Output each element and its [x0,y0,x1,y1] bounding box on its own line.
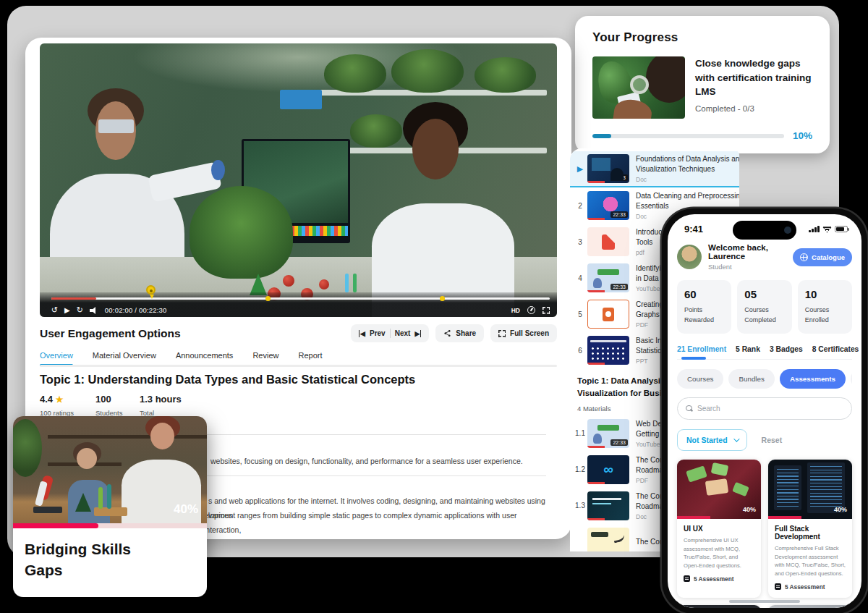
phone-stats-row: 60 Points Rewarded 05 Courses Completed … [677,280,852,334]
material-thumbnail: 22:33 [587,263,629,292]
progress-bar-track [592,134,784,138]
catalogue-button[interactable]: Catalogue [793,248,852,266]
tab-certificates[interactable]: 8 Certificates [812,345,859,353]
next-button-label[interactable]: Next [395,329,411,337]
playback-speed-icon[interactable] [527,306,535,314]
progress-course-thumbnail [592,56,685,119]
your-progress-card: Your Progress Close knowledge gaps with … [575,16,830,153]
assessment-card-digital-marketing[interactable]: DIGITAL MARKETING 40% Digital Marketing [677,605,761,608]
battery-icon [835,226,848,233]
material-thumbnail: 22:33 [587,154,629,183]
tab-rank[interactable]: 5 Rank [736,345,760,353]
assessment-card-react-native[interactable]: 40% React Native [768,605,852,608]
role-label: Student [708,263,786,271]
progress-percent-label: 10% [793,130,812,141]
tab-review[interactable]: Review [252,351,278,365]
engagement-row: User Engagement Options ◀ Prev Next ▶ Sh… [40,324,557,342]
duration-stat: 1.3 hours Total [140,394,182,417]
assessment-card-fullstack[interactable]: 40% Full Stack Development Comprehensive… [768,460,852,598]
share-button-label[interactable]: Share [456,329,476,337]
card-description: Comprehensive UI UX assessment with MCQ,… [684,536,754,570]
progress-bar-fill [592,134,611,138]
points-stat-card: 60 Points Rewarded [677,280,731,334]
play-icon[interactable]: ▶ [64,307,70,314]
completed-stat-card: 05 Courses Completed [737,280,791,334]
chapter-dot[interactable] [265,296,271,301]
assessment-icon [775,583,781,590]
search-placeholder: Search [697,405,720,413]
pill-assessments[interactable]: Assessments [780,369,846,389]
tab-overview[interactable]: Overview [40,351,73,365]
tab-material-overview[interactable]: Material Overview [93,351,156,365]
pill-assignments[interactable]: Assig [851,369,852,389]
signal-icon [809,226,820,233]
skills-card-image: 40% [13,416,207,523]
card-image: 40% [768,605,852,608]
phone-tabs: 21 Enrollment 5 Rank 3 Badges 8 Certific… [677,345,852,360]
status-filter-dropdown[interactable]: Not Started [677,429,747,451]
material-title: Foundations of Data Analysis and [636,154,733,164]
skills-card-title: Bridging Skills Gaps [25,538,195,581]
tab-enrollment[interactable]: 21 Enrollment [677,345,726,353]
pill-bundles[interactable]: Bundles [728,369,774,389]
video-time-display: 00:02:00 / 00:22:30 [105,306,167,314]
greeting-text: Welcome back, Laurence [708,243,786,261]
progress-course-title: Close knowledge gaps with certification … [695,56,812,99]
skills-progress-fill [13,523,98,528]
fullscreen-icon[interactable] [542,307,550,314]
share-button[interactable]: Share [435,324,484,342]
material-thumbnail [587,300,629,329]
chapter-dot[interactable] [440,296,445,301]
person-shape [646,56,685,103]
duration-badge: 22:33 [610,174,628,181]
share-icon [443,329,451,337]
plant-shape [13,419,42,477]
pill-courses[interactable]: Courses [677,369,723,389]
category-pills: Courses Bundles Assessments Assig [677,369,852,389]
prev-button-label[interactable]: Prev [370,329,386,337]
material-title: Data Cleaning and Preprocessing [636,191,733,201]
rating-stat: 4.4 ★ 100 ratings [40,394,74,417]
video-played-segment [51,297,96,300]
chevron-down-icon [733,436,739,441]
card-image: 40% [677,460,761,519]
assessment-card-uiux[interactable]: 40% UI UX Comprehensive UI UX assessment… [677,460,761,598]
home-indicator[interactable] [729,600,800,604]
search-input[interactable]: Search [677,397,852,420]
tab-badges[interactable]: 3 Badges [770,345,803,353]
enrolled-stat-card: 10 Courses Enrolled [798,280,852,334]
fullscreen-button[interactable]: Full Screen [490,324,557,342]
video-seek-bar[interactable] [51,297,550,300]
replay-icon[interactable]: ↺ [51,306,58,314]
forward-icon[interactable]: ↻ [77,306,83,314]
prev-next-button-group[interactable]: ◀ Prev Next ▶ [351,324,429,342]
volume-icon[interactable] [90,307,98,314]
search-icon [686,405,692,412]
location-pin-marker[interactable] [146,285,156,295]
pdf-icon [602,234,615,250]
scientist-right [365,114,521,317]
reset-button[interactable]: Reset [762,436,783,444]
catalogue-button-label[interactable]: Catalogue [812,253,845,261]
skills-percent-label: 40% [174,502,198,517]
bridging-skills-card: 40% Bridging Skills Gaps [13,416,207,597]
prev-icon[interactable]: ◀ [359,330,365,337]
status-filter-label[interactable]: Not Started [686,436,728,444]
next-icon[interactable]: ▶ [414,330,421,337]
video-player[interactable]: ↺ ▶ ↻ 00:02:00 / 00:22:30 HD [40,43,557,317]
progress-card-title: Your Progress [592,30,812,45]
material-thumbnail: 22:33 [587,191,629,220]
assessment-icon [684,575,690,582]
phone-mockup: 9:41 Welcome back, Laurence Student Cata… [662,208,867,613]
hd-quality-button[interactable]: HD [511,307,520,314]
phone-screen: 9:41 Welcome back, Laurence Student Cata… [668,214,861,608]
fullscreen-button-label[interactable]: Full Screen [510,329,549,337]
tab-announcements[interactable]: Announcements [176,351,234,365]
status-time: 9:41 [684,224,703,234]
material-item[interactable]: ▶ 22:33 Foundations of Data Analysis and… [570,151,739,187]
material-thumbnail: 22:33 [587,419,629,448]
description-fragment: websites, focusing on design, functional… [210,455,546,469]
avatar[interactable] [677,245,702,269]
tab-report[interactable]: Report [298,351,322,365]
card-image: DIGITAL MARKETING 40% [677,605,761,608]
